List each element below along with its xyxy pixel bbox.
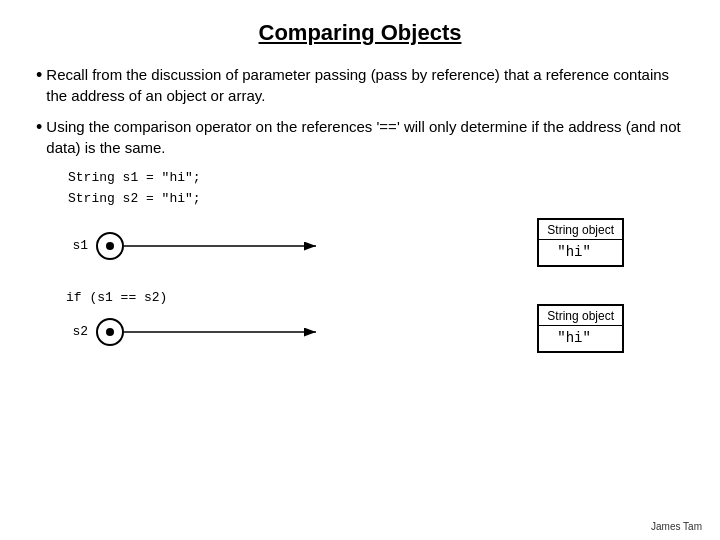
page: Comparing Objects • Recall from the disc… bbox=[0, 0, 720, 540]
bullet-dot-2: • bbox=[36, 115, 42, 140]
code-line-2: String s2 = "hi"; bbox=[68, 189, 684, 210]
bullet-2: • Using the comparison operator on the r… bbox=[36, 116, 684, 158]
box2-header: String object bbox=[539, 306, 622, 326]
s2-label: s2 bbox=[66, 324, 88, 339]
bullet-text-1: Recall from the discussion of parameter … bbox=[46, 64, 684, 106]
bullet-section: • Recall from the discussion of paramete… bbox=[36, 64, 684, 158]
footer: James Tam bbox=[651, 521, 702, 532]
box2-value: "hi" bbox=[539, 326, 622, 351]
string-box-1: String object "hi" bbox=[537, 218, 624, 267]
s1-ref-circle bbox=[96, 232, 124, 260]
bullet-1: • Recall from the discussion of paramete… bbox=[36, 64, 684, 106]
bullet-dot-1: • bbox=[36, 63, 42, 88]
code-line-1: String s1 = "hi"; bbox=[68, 168, 684, 189]
s1-label: s1 bbox=[66, 238, 88, 253]
string-box-2: String object "hi" bbox=[537, 304, 624, 353]
code-block: String s1 = "hi"; String s2 = "hi"; bbox=[68, 168, 684, 210]
box1-value: "hi" bbox=[539, 240, 622, 265]
if-code: if (s1 == s2) bbox=[66, 290, 167, 305]
page-title: Comparing Objects bbox=[36, 20, 684, 46]
box1-header: String object bbox=[539, 220, 622, 240]
s2-ref-circle bbox=[96, 318, 124, 346]
bullet-text-2: Using the comparison operator on the ref… bbox=[46, 116, 684, 158]
